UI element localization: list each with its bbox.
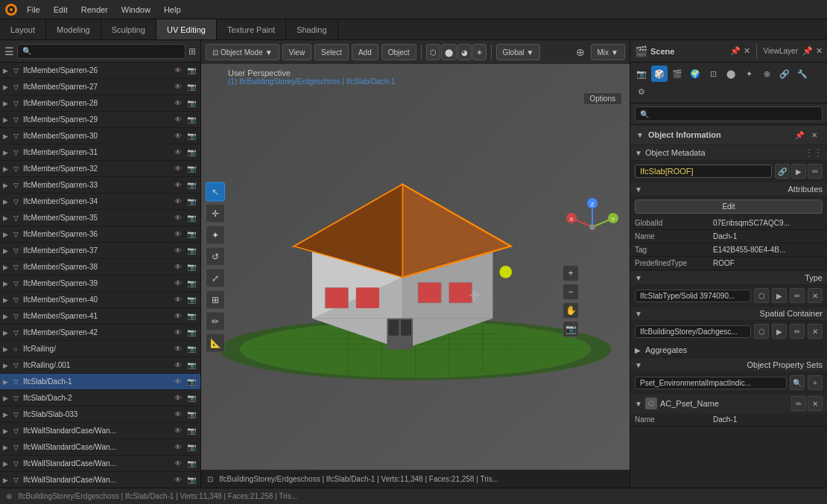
material-btn[interactable]: ◕ bbox=[457, 44, 472, 60]
outliner-item[interactable]: ▶ ▽ IfcSlab/Slab-033 👁 📷 bbox=[0, 406, 200, 423]
obj-select-btn[interactable]: 🔗 bbox=[775, 164, 790, 179]
outliner-item[interactable]: ▶ ▽ IfcWallStandardCase/Wan... 👁 📷 bbox=[0, 423, 200, 439]
item-visibility[interactable]: 👁 bbox=[172, 130, 184, 142]
type-header[interactable]: ▼ Type bbox=[630, 271, 827, 285]
aggregates-header[interactable]: ▶ Aggregates bbox=[635, 345, 823, 354]
item-visibility[interactable]: 👁 bbox=[172, 294, 184, 306]
cursor-tool[interactable]: ✛ bbox=[206, 203, 225, 223]
oi-pin[interactable]: 📌 bbox=[793, 128, 806, 141]
item-visibility[interactable]: 👁 bbox=[172, 458, 184, 470]
outliner-item[interactable]: ▶ ▽ IfcMember/Sparren-27 👁 📷 bbox=[0, 79, 200, 95]
object-btn[interactable]: Object bbox=[381, 44, 416, 60]
object-mode-selector[interactable]: ⊡ Object Mode ▼ bbox=[206, 44, 279, 60]
tab-uv-editing[interactable]: UV Editing bbox=[156, 19, 217, 39]
outliner-item[interactable]: ▶ ▽ IfcMember/Sparren-39 👁 📷 bbox=[0, 275, 200, 292]
outliner-item[interactable]: ▶ ▽ IfcMember/Sparren-36 👁 📷 bbox=[0, 226, 200, 243]
item-render[interactable]: 📷 bbox=[186, 343, 197, 355]
spatial-header[interactable]: ▼ Spatial Container bbox=[630, 307, 827, 321]
pset-field[interactable]: Pset_EnvironmentalImpactIndic... bbox=[635, 377, 787, 389]
item-visibility[interactable]: 👁 bbox=[172, 163, 184, 175]
pan-btn[interactable]: ✋ bbox=[563, 302, 579, 319]
item-visibility[interactable]: 👁 bbox=[172, 392, 184, 404]
edit-attributes-btn[interactable]: Edit bbox=[635, 200, 823, 214]
zoom-out-btn[interactable]: − bbox=[563, 284, 579, 300]
move-tool[interactable]: ✦ bbox=[206, 225, 225, 244]
viewport-3d[interactable]: ⊡ Object Mode ▼ View Select Add Object ⬡… bbox=[201, 40, 630, 488]
item-visibility[interactable]: 👁 bbox=[172, 327, 184, 339]
outliner-item[interactable]: ▶ ▽ IfcMember/Sparren-33 👁 📷 bbox=[0, 177, 200, 194]
item-render[interactable]: 📷 bbox=[186, 360, 197, 371]
ac-pset-header[interactable]: ▼ ⬡ AC_Pset_Name ✏ ✕ bbox=[630, 394, 827, 413]
tab-sculpting[interactable]: Sculpting bbox=[101, 19, 156, 39]
item-visibility[interactable]: 👁 bbox=[172, 179, 184, 191]
select-btn[interactable]: Select bbox=[314, 44, 349, 60]
pin-icon[interactable]: 📌 bbox=[730, 46, 741, 56]
navigation-gizmo[interactable]: Z Y X bbox=[563, 197, 622, 257]
outliner-item[interactable]: ▶ ▽ IfcMember/Sparren-32 👁 📷 bbox=[0, 161, 200, 177]
item-visibility[interactable]: 👁 bbox=[172, 441, 184, 453]
gizmo-icon[interactable]: ⊕ bbox=[576, 46, 585, 58]
spatial-select-btn[interactable]: ⬡ bbox=[754, 324, 769, 339]
item-visibility[interactable]: 👁 bbox=[172, 425, 184, 437]
outliner-item[interactable]: ▶ ▽ IfcMember/Sparren-30 👁 📷 bbox=[0, 128, 200, 144]
outliner-item[interactable]: ▶ ▽ IfcMember/Sparren-40 👁 📷 bbox=[0, 292, 200, 308]
zoom-in-btn[interactable]: + bbox=[563, 265, 579, 281]
outliner-item[interactable]: ▶ ▽ IfcSlab/Dach-1 👁 📷 bbox=[0, 374, 200, 390]
tab-texture-paint[interactable]: Texture Paint bbox=[217, 19, 286, 39]
material-icon[interactable]: ⬤ bbox=[723, 66, 739, 82]
item-visibility[interactable]: 👁 bbox=[172, 474, 184, 486]
item-render[interactable]: 📷 bbox=[186, 114, 197, 126]
item-visibility[interactable]: 👁 bbox=[172, 229, 184, 240]
world-props-icon[interactable]: 🌍 bbox=[687, 66, 703, 82]
item-render[interactable]: 📷 bbox=[186, 179, 197, 191]
menu-help[interactable]: Help bbox=[158, 4, 187, 16]
item-render[interactable]: 📷 bbox=[186, 65, 197, 77]
item-render[interactable]: 📷 bbox=[186, 458, 197, 470]
spatial-field[interactable]: IfcBuildingStorey/Dachgesc... bbox=[635, 325, 751, 338]
global-selector[interactable]: Global ▼ bbox=[496, 44, 541, 60]
outliner-item[interactable]: ▶ ▽ IfcMember/Sparren-37 👁 📷 bbox=[0, 243, 200, 259]
outliner-item[interactable]: ▶ ▽ IfcMember/Sparren-38 👁 📷 bbox=[0, 259, 200, 275]
measure-tool[interactable]: 📐 bbox=[206, 333, 225, 352]
tools-icon[interactable]: ⚙ bbox=[633, 83, 650, 100]
mix-btn[interactable]: Mix ▼ bbox=[591, 44, 625, 60]
item-visibility[interactable]: 👁 bbox=[172, 343, 184, 355]
object-data-icon[interactable]: ⊡ bbox=[705, 66, 721, 82]
item-visibility[interactable]: 👁 bbox=[172, 147, 184, 159]
viewlayer-close[interactable]: ✕ bbox=[816, 46, 823, 56]
outliner-item[interactable]: ▶ ▽ IfcMember/Sparren-29 👁 📷 bbox=[0, 112, 200, 128]
item-render[interactable]: 📷 bbox=[186, 130, 197, 142]
item-visibility[interactable]: 👁 bbox=[172, 310, 184, 322]
outliner-item[interactable]: ▶ ○ IfcRailing/ 👁 📷 bbox=[0, 341, 200, 357]
outliner-item[interactable]: ▶ ▽ IfcMember/Sparren-31 👁 📷 bbox=[0, 144, 200, 161]
item-visibility[interactable]: 👁 bbox=[172, 409, 184, 421]
ac-pset-close-btn[interactable]: ✕ bbox=[808, 396, 823, 411]
tab-modeling[interactable]: Modeling bbox=[46, 19, 101, 39]
menu-file[interactable]: File bbox=[21, 4, 46, 16]
item-visibility[interactable]: 👁 bbox=[172, 278, 184, 290]
render-props-icon[interactable]: 📷 bbox=[633, 66, 650, 82]
menu-edit[interactable]: Edit bbox=[48, 4, 74, 16]
type-edit-btn[interactable]: ✏ bbox=[790, 288, 805, 303]
item-render[interactable]: 📷 bbox=[186, 229, 197, 240]
ac-pset-edit-btn[interactable]: ✏ bbox=[791, 396, 806, 411]
transform-tool[interactable]: ⊞ bbox=[206, 290, 225, 309]
item-render[interactable]: 📷 bbox=[186, 425, 197, 437]
select-tool[interactable]: ↖ bbox=[206, 182, 225, 201]
item-render[interactable]: 📷 bbox=[186, 98, 197, 109]
object-name-field[interactable]: IfcSlab[ROOF] bbox=[635, 165, 772, 178]
annotate-tool[interactable]: ✏ bbox=[206, 311, 225, 331]
item-visibility[interactable]: 👁 bbox=[172, 376, 184, 388]
obj-edit-btn[interactable]: ✏ bbox=[808, 164, 823, 179]
object-information-header[interactable]: ▼ Object Information 📌 ✕ bbox=[630, 125, 827, 145]
properties-search-input[interactable] bbox=[635, 106, 823, 121]
viewlayer-pin[interactable]: 📌 bbox=[802, 46, 813, 56]
item-visibility[interactable]: 👁 bbox=[172, 114, 184, 126]
item-visibility[interactable]: 👁 bbox=[172, 360, 184, 371]
scene-props-icon[interactable]: 🎬 bbox=[669, 66, 685, 82]
pset-search-btn[interactable]: 🔍 bbox=[790, 375, 805, 390]
item-render[interactable]: 📷 bbox=[186, 147, 197, 159]
item-render[interactable]: 📷 bbox=[186, 310, 197, 322]
outliner-item[interactable]: ▶ ▽ IfcMember/Sparren-28 👁 📷 bbox=[0, 95, 200, 112]
constraints-icon[interactable]: 🔗 bbox=[776, 66, 793, 82]
